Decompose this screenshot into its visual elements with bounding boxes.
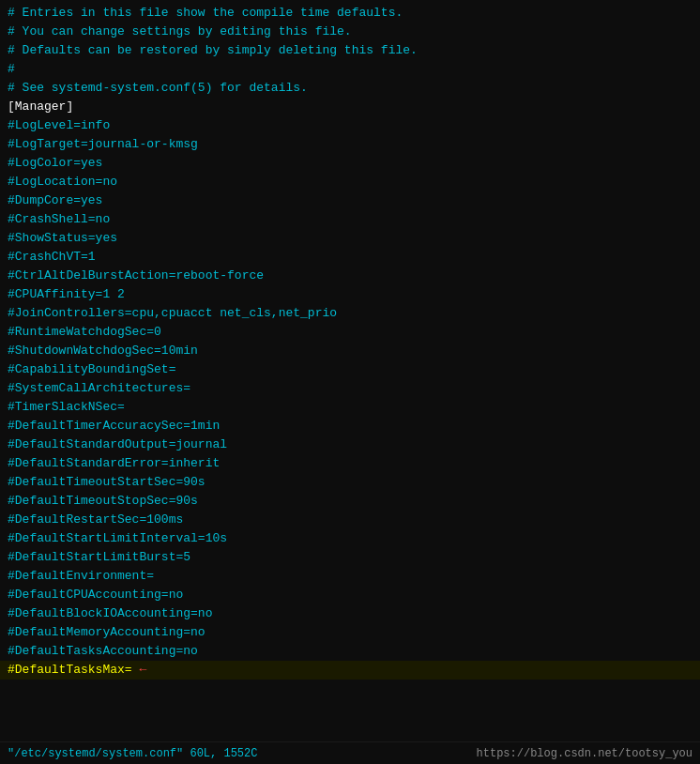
code-line: #LogTarget=journal-or-kmsg bbox=[0, 135, 700, 154]
code-line: #DefaultStandardError=inherit bbox=[0, 454, 700, 473]
status-url: https://blog.csdn.net/tootsy_you bbox=[477, 747, 692, 760]
code-line: #RuntimeWatchdogSec=0 bbox=[0, 323, 700, 342]
code-line: #DefaultMemoryAccounting=no bbox=[0, 623, 700, 642]
code-line: #CPUAffinity=1 2 bbox=[0, 285, 700, 304]
code-line: [Manager] bbox=[0, 98, 700, 116]
arrow-indicator: ← bbox=[132, 663, 147, 677]
code-line: #TimerSlackNSec= bbox=[0, 398, 700, 417]
editor-container: # Entries in this file show the compile … bbox=[0, 0, 700, 764]
code-line: # Defaults can be restored by simply del… bbox=[0, 41, 700, 60]
code-line: #ShutdownWatchdogSec=10min bbox=[0, 342, 700, 360]
code-line: # See systemd-system.conf(5) for details… bbox=[0, 79, 700, 98]
code-line: # You can change settings by editing thi… bbox=[0, 23, 700, 41]
code-line: # bbox=[0, 60, 700, 79]
code-line: #SystemCallArchitectures= bbox=[0, 379, 700, 398]
code-line: #DefaultTasksMax= ← bbox=[0, 661, 700, 680]
code-line: #CrashShell=no bbox=[0, 210, 700, 229]
code-line: #DefaultTimeoutStopSec=90s bbox=[0, 492, 700, 511]
code-line: #DefaultRestartSec=100ms bbox=[0, 511, 700, 529]
code-line: #CrashChVT=1 bbox=[0, 248, 700, 267]
code-line: #LogLocation=no bbox=[0, 173, 700, 191]
status-file-info: "/etc/systemd/system.conf" 60L, 1552C bbox=[8, 747, 257, 760]
code-line: #LogColor=yes bbox=[0, 154, 700, 173]
code-line: #CtrlAltDelBurstAction=reboot-force bbox=[0, 267, 700, 285]
code-area: # Entries in this file show the compile … bbox=[0, 4, 700, 680]
code-line: #DefaultStartLimitBurst=5 bbox=[0, 548, 700, 567]
status-bar: "/etc/systemd/system.conf" 60L, 1552C ht… bbox=[0, 741, 700, 764]
code-line: #DumpCore=yes bbox=[0, 191, 700, 210]
code-line: #DefaultEnvironment= bbox=[0, 567, 700, 586]
code-line: #LogLevel=info bbox=[0, 116, 700, 135]
code-line: #DefaultTimerAccuracySec=1min bbox=[0, 417, 700, 435]
code-line: #ShowStatus=yes bbox=[0, 229, 700, 248]
code-line: #DefaultTasksAccounting=no bbox=[0, 642, 700, 661]
code-line: #DefaultTimeoutStartSec=90s bbox=[0, 473, 700, 492]
code-line: #JoinControllers=cpu,cpuacct net_cls,net… bbox=[0, 304, 700, 323]
highlighted-text: #DefaultTasksMax= bbox=[8, 663, 132, 677]
code-line: #CapabilityBoundingSet= bbox=[0, 360, 700, 379]
code-line: #DefaultStandardOutput=journal bbox=[0, 435, 700, 454]
code-line: #DefaultStartLimitInterval=10s bbox=[0, 529, 700, 548]
code-line: #DefaultCPUAccounting=no bbox=[0, 586, 700, 604]
code-line: # Entries in this file show the compile … bbox=[0, 4, 700, 23]
code-line: #DefaultBlockIOAccounting=no bbox=[0, 604, 700, 623]
